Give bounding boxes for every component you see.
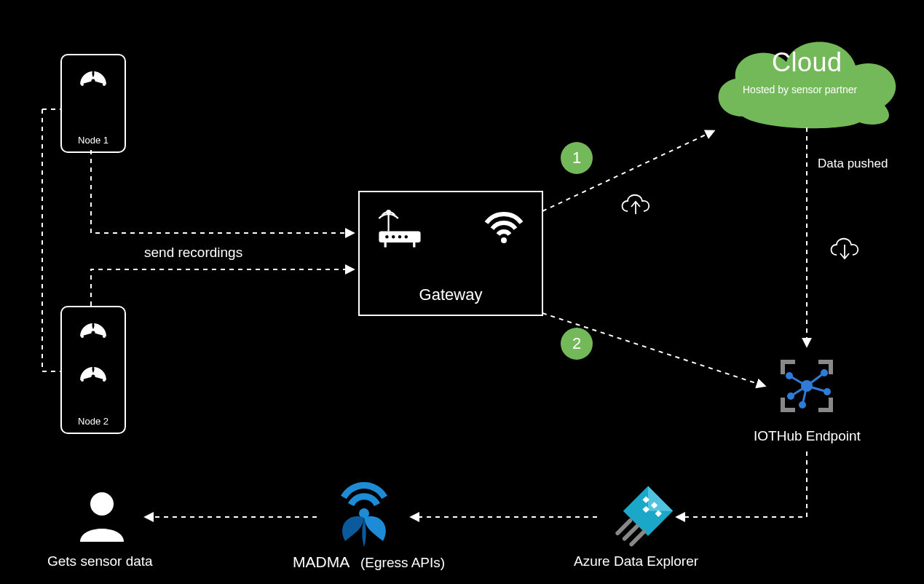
step-1-label: 1 (572, 149, 581, 167)
svg-point-13 (392, 235, 395, 238)
router-icon (376, 202, 424, 250)
svg-point-15 (405, 235, 408, 238)
wifi-icon (482, 205, 526, 249)
sensor-gauge-icon (75, 358, 111, 395)
node2-box: Node 2 (60, 306, 126, 434)
svg-point-1 (81, 83, 84, 86)
svg-line-36 (617, 521, 630, 533)
ade-label: Azure Data Explorer (574, 553, 698, 569)
svg-point-4 (81, 335, 84, 338)
user-label: Gets sensor data (47, 553, 153, 569)
sensor-gauge-icon (75, 63, 111, 99)
svg-point-27 (824, 388, 831, 395)
step-2: 2 (561, 328, 593, 360)
svg-line-37 (625, 526, 637, 539)
send-recordings-label: send recordings (144, 245, 242, 261)
svg-marker-31 (648, 486, 673, 511)
cloud-title: Cloud (772, 47, 842, 78)
svg-point-2 (103, 83, 106, 86)
svg-point-5 (103, 335, 106, 338)
svg-point-14 (398, 235, 401, 238)
azure-data-explorer-icon (607, 481, 676, 550)
madma-icon (328, 477, 400, 550)
user-icon (73, 488, 131, 546)
svg-point-29 (787, 392, 794, 400)
svg-point-7 (81, 379, 84, 382)
iothub-label: IOTHub Endpoint (754, 428, 861, 444)
gateway-box: Gateway (358, 191, 543, 316)
svg-point-3 (92, 331, 95, 335)
svg-point-18 (501, 237, 507, 243)
cloud-upload-icon (617, 189, 652, 218)
svg-line-38 (631, 532, 644, 544)
svg-point-8 (103, 379, 106, 382)
svg-point-0 (92, 79, 95, 83)
gateway-label: Gateway (360, 285, 542, 304)
svg-point-40 (90, 492, 114, 516)
step-1: 1 (561, 142, 593, 174)
svg-point-6 (92, 375, 95, 379)
data-pushed-label: Data pushed (818, 157, 888, 171)
svg-point-25 (786, 372, 793, 379)
svg-point-26 (821, 369, 828, 376)
node1-label: Node 1 (62, 135, 125, 146)
node1-box: Node 1 (60, 54, 126, 153)
madma-label: MADMA (293, 553, 350, 571)
step-2-label: 2 (572, 334, 581, 353)
svg-point-28 (799, 401, 806, 409)
cloud-subtitle: Hosted by sensor partner (743, 84, 857, 95)
svg-point-12 (385, 235, 388, 238)
cloud-download-icon (826, 233, 861, 262)
iothub-icon (770, 350, 843, 422)
svg-point-24 (801, 380, 813, 392)
sensor-gauge-icon (75, 315, 111, 351)
node2-label: Node 2 (62, 416, 125, 427)
madma-suffix: (Egress APIs) (360, 555, 445, 571)
